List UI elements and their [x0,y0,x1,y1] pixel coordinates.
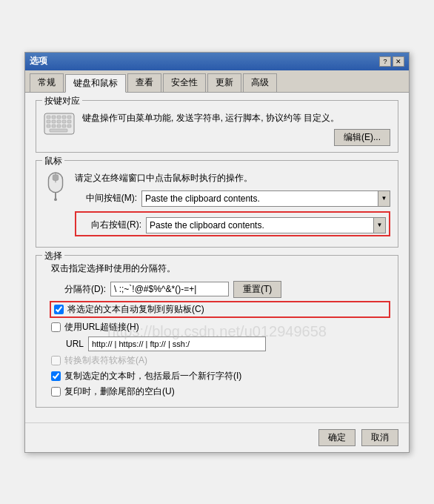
use-url-row: 使用URL超链接(H) [51,321,390,334]
include-newline-row: 复制选定的文本时，包括最后一个新行字符(I) [51,370,390,382]
svg-rect-8 [57,120,61,123]
svg-rect-10 [67,120,71,123]
convert-lf-label: 转换制表符软标签(A) [64,354,147,367]
convert-lf-checkbox[interactable] [51,356,61,365]
svg-rect-6 [47,120,50,123]
tab-content: 按键对应 [25,93,409,422]
edit-button[interactable]: 编辑(E)... [334,129,390,146]
svg-rect-9 [62,120,66,123]
right-button-dropdown[interactable]: Paste the clipboard contents. ▼ [146,217,386,233]
include-newline-checkbox[interactable] [51,371,61,381]
svg-rect-2 [52,116,56,119]
convert-lf-row: 转换制表符软标签(A) [51,354,390,367]
tab-bar: 常规 键盘和鼠标 查看 安全性 更新 高级 [25,70,409,93]
trim-spaces-row: 复印时，删除尾部的空白(U) [51,385,390,398]
select-section-label: 选择 [42,250,64,262]
select-section: 选择 https://blog.csdn.net/u012949658 双击指定… [36,255,398,408]
mouse-section: 鼠标 请定义在终端窗口中点击鼠标时执行的操作。 中间按钮(M): [36,160,398,248]
mouse-icon [44,171,67,202]
svg-rect-13 [57,125,61,127]
svg-rect-11 [47,125,50,127]
help-button[interactable]: ? [379,56,391,67]
trim-spaces-label: 复印时，删除尾部的空白(U) [64,385,175,398]
right-button-highlighted-row: 向右按钮(R): Paste the clipboard contents. ▼ [75,211,390,236]
title-bar: 选项 ? ✕ [25,53,409,70]
svg-rect-15 [67,125,71,127]
svg-rect-1 [47,116,50,119]
svg-rect-16 [50,129,67,132]
close-button[interactable]: ✕ [393,56,404,67]
tab-view[interactable]: 查看 [127,73,161,92]
url-input[interactable] [88,336,266,351]
keyboard-description-area: 键盘操作可由菜单功能, 发送字符串, 运行脚本, 协议约等 目定义。 编辑(E)… [82,111,390,146]
svg-rect-4 [62,116,66,119]
auto-copy-row: 将选定的文本自动复制到剪贴板(C) [50,301,390,318]
right-button-row: 向右按钮(R): Paste the clipboard contents. ▼ [79,217,386,233]
svg-point-21 [54,198,57,201]
keyboard-section-content: 键盘操作可由菜单功能, 发送字符串, 运行脚本, 协议约等 目定义。 编辑(E)… [44,111,390,146]
select-section-content: https://blog.csdn.net/u012949658 双击指定选择时… [44,262,390,401]
ok-button[interactable]: 确定 [318,429,355,446]
separator-input[interactable] [110,282,229,296]
keyboard-section: 按键对应 [36,100,398,153]
bottom-bar: 确定 取消 [25,422,409,452]
separator-row: 分隔符(D): 重置(T) [44,281,390,298]
svg-rect-19 [53,174,59,180]
select-section-inner: https://blog.csdn.net/u012949658 双击指定选择时… [44,262,390,401]
keyboard-icon [44,113,75,136]
url-label: URL [66,339,88,349]
title-bar-controls: ? ✕ [379,56,404,67]
mouse-section-content: 请定义在终端窗口中点击鼠标时执行的操作。 中间按钮(M): Paste the … [44,171,390,241]
svg-rect-5 [67,116,71,119]
right-button-value: Paste the clipboard contents. [150,220,373,231]
window-title: 选项 [30,55,47,67]
right-button-label: 向右按钮(R): [79,219,146,231]
auto-copy-checkbox[interactable] [54,305,64,314]
trim-spaces-checkbox[interactable] [51,387,61,397]
separator-label: 分隔符(D): [44,283,110,296]
reset-button[interactable]: 重置(T) [233,281,281,298]
select-description: 双击指定选择时使用的分隔符。 [51,262,390,275]
mouse-description: 请定义在终端窗口中点击鼠标时执行的操作。 [75,171,390,185]
keyboard-section-label: 按键对应 [42,95,82,107]
svg-rect-7 [52,120,56,123]
keyboard-description: 键盘操作可由菜单功能, 发送字符串, 运行脚本, 协议约等 目定义。 [82,111,390,125]
auto-copy-label: 将选定的文本自动复制到剪贴板(C) [67,303,204,316]
middle-button-value: Paste the clipboard contents. [145,193,378,204]
svg-rect-12 [52,125,56,127]
tab-general[interactable]: 常规 [30,73,64,92]
tab-security[interactable]: 安全性 [163,73,206,92]
right-button-arrow[interactable]: ▼ [373,218,385,233]
url-row: URL [66,336,390,351]
edit-btn-row: 编辑(E)... [82,129,390,146]
svg-rect-14 [62,125,66,127]
middle-button-arrow[interactable]: ▼ [378,191,390,206]
cancel-button[interactable]: 取消 [361,429,398,446]
middle-button-row: 中间按钮(M): Paste the clipboard contents. ▼ [75,190,390,207]
include-newline-label: 复制选定的文本时，包括最后一个新行字符(I) [64,370,241,382]
dialog-window: 选项 ? ✕ 常规 键盘和鼠标 查看 安全性 更新 高级 按键对应 [24,52,410,453]
mouse-section-label: 鼠标 [42,155,64,168]
middle-button-dropdown[interactable]: Paste the clipboard contents. ▼ [141,190,390,207]
tab-advanced[interactable]: 高级 [243,73,277,92]
mouse-fields: 请定义在终端窗口中点击鼠标时执行的操作。 中间按钮(M): Paste the … [75,171,390,241]
tab-keyboard-mouse[interactable]: 键盘和鼠标 [65,74,126,93]
middle-button-label: 中间按钮(M): [75,192,141,205]
use-url-label: 使用URL超链接(H) [64,321,139,334]
svg-rect-3 [57,116,61,119]
tab-update[interactable]: 更新 [207,73,241,92]
use-url-checkbox[interactable] [51,322,61,332]
